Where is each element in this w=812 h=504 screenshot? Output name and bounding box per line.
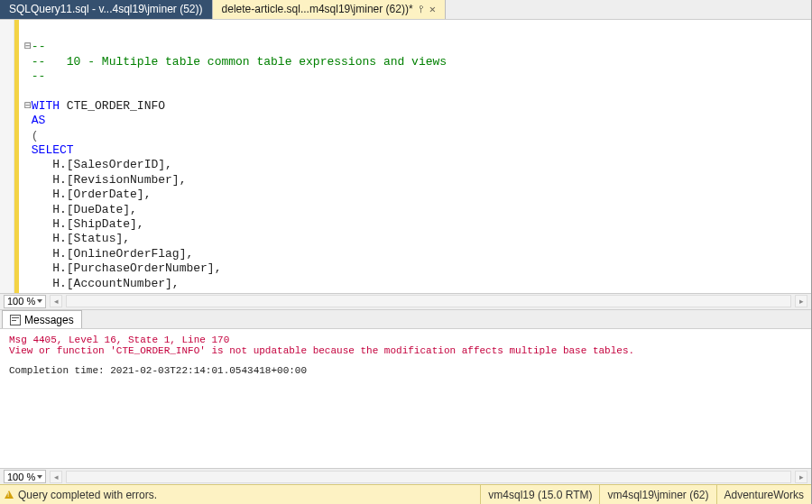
status-login: vm4sql19\jminer (62): [599, 485, 715, 504]
messages-zoom-select[interactable]: 100 %: [4, 470, 46, 483]
tab-label: SQLQuery11.sql - v...4sql19\jminer (52)): [9, 3, 203, 15]
tab-bar: SQLQuery11.sql - v...4sql19\jminer (52))…: [0, 0, 811, 20]
results-tabs: Messages: [0, 309, 811, 329]
comment-line: --: [32, 69, 46, 83]
tab-messages[interactable]: Messages: [2, 310, 82, 328]
column-ref: H.[SalesOrderID],: [52, 158, 172, 171]
sql-editor[interactable]: ⊟-- -- 10 - Multiple table common table …: [0, 20, 811, 293]
column-ref: H.[ShipDate],: [52, 217, 143, 231]
keyword-select: SELECT: [32, 143, 74, 157]
messages-tab-label: Messages: [24, 314, 74, 326]
chevron-down-icon: [37, 299, 42, 303]
editor-hscroll[interactable]: [66, 295, 791, 307]
collapse-icon[interactable]: ⊟: [24, 40, 32, 53]
open-paren: (: [32, 129, 39, 142]
completion-time: Completion time: 2021-02-03T22:14:01.054…: [9, 365, 802, 376]
comment-line: --: [32, 40, 46, 53]
tab-sqlquery11[interactable]: SQLQuery11.sql - v...4sql19\jminer (52)): [0, 0, 213, 19]
collapse-icon[interactable]: ⊟: [24, 99, 32, 113]
keyword-as: AS: [32, 114, 46, 127]
messages-panel[interactable]: Msg 4405, Level 16, State 1, Line 170 Vi…: [0, 328, 811, 468]
zoom-value: 100 %: [7, 296, 35, 307]
tab-delete-article[interactable]: delete-article.sql...m4sql19\jminer (62)…: [213, 0, 446, 19]
column-ref: H.[AccountNumber],: [52, 277, 179, 290]
keyword-with: WITH: [32, 99, 60, 113]
scroll-left-icon[interactable]: ◂: [50, 471, 62, 483]
column-ref: H.[PurchaseOrderNumber],: [52, 261, 221, 275]
error-header: Msg 4405, Level 16, State 1, Line 170: [9, 334, 802, 345]
tab-label: delete-article.sql...m4sql19\jminer (62)…: [222, 3, 413, 15]
messages-zoom-bar: 100 % ◂ ▸: [0, 468, 811, 484]
pin-icon[interactable]: ⫯: [419, 3, 424, 15]
scroll-right-icon[interactable]: ▸: [795, 295, 807, 307]
column-ref: H.[DueDate],: [52, 203, 137, 216]
status-server: vm4sql19 (15.0 RTM): [480, 485, 599, 504]
column-ref: H.[OnlineOrderFlag],: [52, 247, 193, 261]
column-ref: H.[Status],: [52, 232, 130, 245]
zoom-value: 100 %: [7, 472, 35, 482]
status-warning-icon: [0, 490, 18, 499]
scroll-left-icon[interactable]: ◂: [50, 295, 62, 307]
close-icon[interactable]: ✕: [429, 3, 436, 15]
status-database: AdventureWorks: [716, 485, 811, 504]
error-detail: View or function 'CTE_ORDER_INFO' is not…: [9, 345, 802, 356]
editor-zoom-select[interactable]: 100 %: [4, 295, 46, 308]
scroll-right-icon[interactable]: ▸: [795, 471, 807, 483]
chevron-down-icon: [37, 475, 42, 479]
cte-name: CTE_ORDER_INFO: [67, 99, 165, 113]
column-ref: H.[OrderDate],: [52, 188, 151, 201]
code-area[interactable]: ⊟-- -- 10 - Multiple table common table …: [19, 20, 452, 293]
status-bar: Query completed with errors. vm4sql19 (1…: [0, 484, 811, 504]
comment-line: -- 10 - Multiple table common table expr…: [32, 55, 447, 69]
editor-pane: ⊟-- -- 10 - Multiple table common table …: [0, 20, 811, 309]
column-ref: H.[RevisionNumber],: [52, 173, 186, 187]
messages-hscroll[interactable]: [66, 471, 791, 483]
outline-gutter: [0, 20, 14, 293]
editor-zoom-bar: 100 % ◂ ▸: [0, 293, 811, 309]
messages-icon: [10, 315, 21, 325]
status-text: Query completed with errors.: [18, 489, 480, 501]
